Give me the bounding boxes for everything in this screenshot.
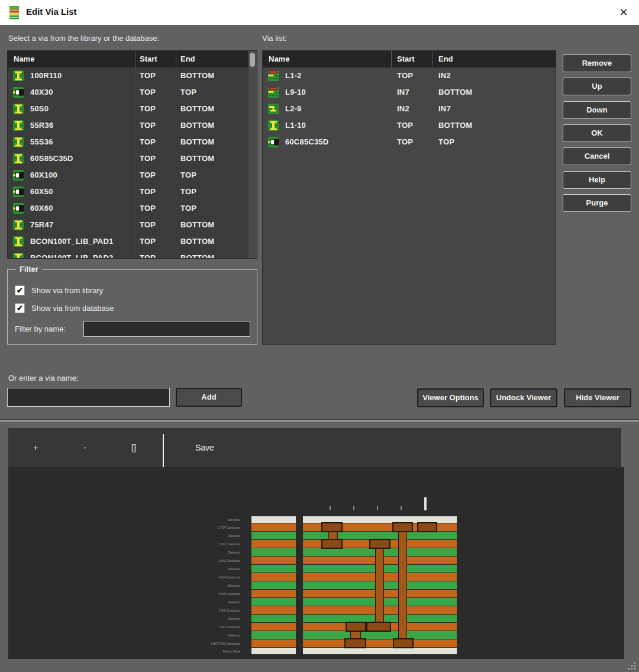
layer-copper [251, 606, 296, 614]
table-row-l1-10[interactable]: L1-10TOPBOTTOM [263, 117, 556, 134]
table-row-55s36[interactable]: 55S36TOPBOTTOM [8, 134, 257, 150]
via-type-through-icon [268, 120, 279, 131]
hide-viewer-button[interactable]: Hide Viewer [564, 388, 631, 407]
layer-label: 4 IN4 Conductor [8, 575, 240, 579]
zoom-fit-button[interactable]: [] [131, 428, 136, 467]
header-end: End [180, 51, 195, 67]
layer-label: 6 IN6 Conductor [8, 609, 240, 612]
resize-grip-icon[interactable] [627, 661, 635, 670]
save-button[interactable]: Save [195, 428, 214, 467]
table-row-l9-10[interactable]: L9-10IN7BOTTOM [263, 84, 556, 101]
table-row-60x60[interactable]: 60X60TOPTOP [8, 200, 257, 217]
cell-start: TOP [140, 217, 156, 233]
layer-label: Top Mask [8, 518, 240, 522]
via-type-through-icon [13, 70, 24, 81]
cell-name: 50S0 [30, 101, 49, 117]
viewer-options-button[interactable]: Viewer Options [417, 388, 484, 407]
checkbox-icon[interactable]: ✔ [15, 285, 25, 295]
layer-copper [251, 639, 296, 647]
cell-start: TOP [140, 84, 156, 101]
table-row-55r36[interactable]: 55R36TOPBOTTOM [8, 117, 257, 134]
via-type-micro-icon [268, 137, 279, 147]
via-barrel-l1-10 [398, 530, 407, 641]
cancel-button[interactable]: Cancel [563, 147, 631, 165]
via-pad-l2-9 [366, 622, 391, 632]
table-row-60x100[interactable]: 60X100TOPTOP [8, 167, 257, 184]
undock-viewer-button[interactable]: Undock Viewer [490, 388, 557, 407]
layer-copper [251, 540, 296, 548]
table-row-75r47[interactable]: 75R47TOPBOTTOM [8, 217, 257, 233]
via-pad-60c85c35d [417, 522, 437, 532]
table-row-100r110[interactable]: 100R110TOPBOTTOM [8, 67, 257, 84]
cell-start: TOP [397, 67, 413, 84]
via-name-input[interactable] [7, 388, 170, 407]
down-button[interactable]: Down [563, 101, 631, 119]
cell-end: BOTTOM [180, 117, 214, 134]
cell-name: L2-9 [285, 101, 302, 117]
layer-diel [251, 615, 296, 622]
zoom-in-button[interactable]: + [33, 428, 38, 467]
table-row-bcon100t-lib-pad2[interactable]: BCON100T_LIB_PAD2TOPBOTTOM [8, 250, 257, 259]
cell-start: IN7 [397, 84, 409, 101]
cell-end: BOTTOM [438, 84, 472, 101]
table-row-bcon100t-lib-pad1[interactable]: BCON100T_LIB_PAD1TOPBOTTOM [8, 233, 257, 250]
via-type-through-icon [13, 153, 24, 164]
cell-end: IN2 [438, 67, 451, 84]
via-type-micro-icon [13, 203, 24, 214]
cross-section-viewer[interactable]: Top Mask1 TOP ConductorDielectric2 IN2 C… [8, 467, 624, 659]
via-pad-l9-10 [344, 638, 366, 648]
library-scrollbar[interactable] [248, 51, 257, 258]
via-barrel-l2-9 [375, 547, 384, 624]
help-button[interactable]: Help [563, 171, 631, 189]
header-end: End [438, 51, 453, 67]
via-pad-l2-9 [369, 539, 390, 549]
via-pad-l1-2 [321, 539, 343, 549]
table-row-40x30[interactable]: 40X30TOPTOP [8, 84, 257, 101]
cell-name: 60X100 [30, 167, 57, 184]
header-name: Name [14, 51, 34, 67]
via-type-through-icon [13, 253, 24, 259]
cell-end: TOP [180, 167, 196, 184]
or-enter-via-name-label: Or enter a via name: [8, 374, 79, 382]
viewer-separator [0, 419, 639, 422]
table-row-60s85c35d[interactable]: 60S85C35DTOPBOTTOM [8, 150, 257, 167]
checkbox-icon[interactable]: ✔ [15, 303, 25, 313]
layer-label: 1 TOP Conductor [8, 526, 240, 529]
table-row-l1-2[interactable]: L1-2TOPIN2 [263, 67, 556, 84]
zoom-out-button[interactable]: - [83, 428, 86, 467]
up-button[interactable]: Up [563, 78, 631, 95]
filter-groupbox: Filter ✔Show via from library✔Show via f… [7, 269, 257, 345]
layer-mask [251, 648, 296, 654]
close-icon[interactable]: ✕ [615, 5, 632, 20]
cell-end: BOTTOM [180, 101, 214, 117]
ok-button[interactable]: OK [563, 124, 631, 142]
layer-diel [251, 598, 296, 606]
table-row-60x50[interactable]: 60X50TOPTOP [8, 184, 257, 200]
column-separator [433, 51, 433, 67]
via-type-through-icon [13, 236, 24, 247]
cell-start: TOP [397, 134, 413, 150]
cell-end: BOTTOM [438, 117, 472, 134]
cell-end: TOP [180, 200, 196, 217]
layer-diel [251, 631, 296, 639]
cell-name: BCON100T_LIB_PAD1 [30, 233, 113, 250]
remove-button[interactable]: Remove [563, 54, 631, 72]
table-row-50s0[interactable]: 50S0TOPBOTTOM [8, 101, 257, 117]
table-row-l2-9[interactable]: L2-9IN2IN7 [263, 101, 556, 117]
cell-name: 75R47 [30, 217, 53, 233]
layer-label: 7 IN7 Conductor [8, 625, 240, 629]
cell-start: TOP [140, 167, 156, 184]
layer-copper [251, 590, 296, 597]
library-scrollbar-thumb[interactable] [250, 53, 255, 67]
cell-start: TOP [140, 250, 156, 259]
via-type-micro-icon [13, 187, 24, 197]
layer-copper [251, 573, 296, 581]
filter-by-name-input[interactable] [83, 321, 250, 337]
header-start: Start [397, 51, 415, 67]
layer-copper [251, 557, 296, 564]
cell-start: TOP [140, 101, 156, 117]
add-button[interactable]: Add [176, 388, 242, 407]
purge-button[interactable]: Purge [563, 194, 631, 212]
cell-start: TOP [140, 200, 156, 217]
table-row-60c85c35d[interactable]: 60C85C35DTOPTOP [263, 134, 556, 150]
